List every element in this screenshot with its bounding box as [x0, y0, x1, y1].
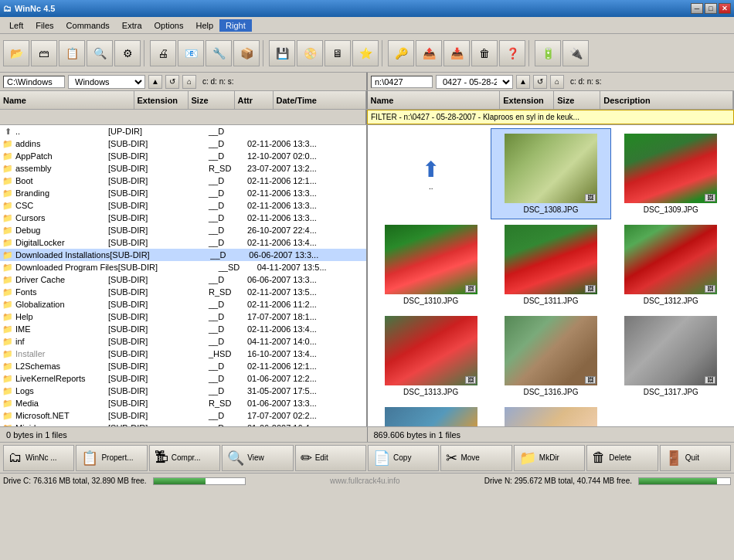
left-col-attr[interactable]: Attr [235, 91, 274, 109]
menu-help[interactable]: Help [189, 19, 219, 32]
thumbnail-cell[interactable]: 🖼DSC_1312.JPG [611, 219, 731, 311]
file-row[interactable]: 📁AppPatch[SUB-DIR]__D12-10-2007 02:0... [0, 150, 366, 162]
file-row[interactable]: 📁inf[SUB-DIR]__D04-11-2007 14:0... [0, 335, 366, 348]
thumbnail-cell[interactable]: 🖼person2.JPG [491, 402, 610, 426]
right-col-size[interactable]: Size [554, 91, 600, 109]
toolbar-btn-open[interactable]: 📂 [3, 40, 29, 66]
file-date: 17-07-2007 02:2... [247, 411, 340, 420]
left-col-datetime[interactable]: Date/Time [274, 91, 366, 109]
file-row[interactable]: 📁Fonts[SUB-DIR]R_SD02-11-2007 13:5... [0, 286, 366, 298]
menu-options[interactable]: Options [148, 19, 190, 32]
toolbar-btn-delete[interactable]: 🗑 [471, 40, 498, 66]
file-row[interactable]: 📁Globalization[SUB-DIR]__D02-11-2006 11:… [0, 298, 366, 311]
bottom-btn-edit[interactable]: ✏Edit [295, 445, 366, 471]
bottom-btn-quit[interactable]: 🚪Quit [660, 445, 731, 471]
bottom-btn-mkdir[interactable]: 📁MkDir [514, 445, 585, 471]
left-path-btn-refresh[interactable]: ↺ [165, 75, 179, 89]
toolbar-btn-search[interactable]: 🔍 [87, 40, 113, 66]
toolbar-btn-clipboard[interactable]: 📋 [59, 40, 85, 66]
file-attr: __D [209, 411, 247, 420]
bottom-btn-move[interactable]: ✂Move [440, 445, 511, 471]
file-row[interactable]: 📁Downloaded Installations[SUB-DIR]__D06-… [0, 249, 366, 261]
toolbar-btn-upload[interactable]: 📤 [416, 40, 442, 66]
right-path-btn-refresh[interactable]: ↺ [533, 75, 547, 89]
file-row[interactable]: 📁Debug[SUB-DIR]__D26-10-2007 22:4... [0, 224, 366, 236]
toolbar-btn-tools[interactable]: 🔧 [206, 40, 232, 66]
toolbar-btn-package[interactable]: 📦 [233, 40, 260, 66]
file-row[interactable]: 📁LiveKernelReports[SUB-DIR]__D01-06-2007… [0, 372, 366, 385]
right-file-grid[interactable]: ⬆..🖼DSC_1308.JPG🖼DSC_1309.JPG🖼DSC_1310.J… [368, 125, 734, 426]
close-button[interactable]: ✕ [719, 3, 731, 14]
bottom-btn-delete[interactable]: 🗑Delete [586, 445, 658, 471]
left-path-btn-root[interactable]: ⌂ [182, 75, 196, 89]
right-path-btn-nav[interactable]: ▲ [516, 75, 530, 89]
menu-left[interactable]: Left [3, 19, 29, 32]
bottom-btn-propert[interactable]: 📋Propert... [76, 445, 147, 471]
right-col-ext[interactable]: Extension [500, 91, 554, 109]
file-row[interactable]: ⬆..[UP-DIR]__D [0, 125, 366, 137]
toolbar-btn-disk[interactable]: 📀 [297, 40, 323, 66]
menu-extra[interactable]: Extra [116, 19, 148, 32]
file-row[interactable]: 📁Downloaded Program Files[SUB-DIR]__SD04… [0, 261, 366, 273]
toolbar-btn-archive[interactable]: 🗃 [31, 40, 57, 66]
thumbnail-cell[interactable]: 🖼DSC_1308.JPG [491, 128, 610, 219]
file-row[interactable]: 📁assembly[SUB-DIR]R_SD23-07-2007 13:2... [0, 162, 366, 175]
file-row[interactable]: 📁Branding[SUB-DIR]__D02-11-2006 13:3... [0, 187, 366, 199]
left-col-name[interactable]: Name [0, 91, 134, 109]
toolbar-btn-key[interactable]: 🔑 [388, 40, 414, 66]
menu-commands[interactable]: Commands [60, 19, 116, 32]
file-row[interactable]: 📁Help[SUB-DIR]__D17-07-2007 18:1... [0, 311, 366, 323]
toolbar-btn-monitor[interactable]: 🖥 [325, 40, 351, 66]
minimize-button[interactable]: ─ [691, 3, 703, 14]
menu-files[interactable]: Files [29, 19, 59, 32]
thumbnail-cell[interactable]: 🖼DSC_1313.JPG [371, 311, 491, 402]
left-path-btn-nav[interactable]: ▲ [148, 75, 162, 89]
toolbar-btn-help[interactable]: ❓ [499, 40, 525, 66]
thumbnail-cell[interactable]: 🖼person1.JPG [371, 402, 491, 426]
file-row[interactable]: 📁Driver Cache[SUB-DIR]__D06-06-2007 13:3… [0, 273, 366, 286]
toolbar-btn-download[interactable]: 📥 [443, 40, 470, 66]
menu-right[interactable]: Right [219, 19, 252, 32]
file-row[interactable]: 📁Minidump[SUB-DIR]__D01-06-2007 16:4... [0, 422, 366, 426]
left-col-size[interactable]: Size [189, 91, 235, 109]
right-col-desc[interactable]: Description [600, 91, 733, 109]
file-row[interactable]: 📁Microsoft.NET[SUB-DIR]__D17-07-2007 02:… [0, 409, 366, 422]
bottom-btn-compr[interactable]: 🗜Compr... [149, 445, 220, 471]
bottom-btn-view[interactable]: 🔍View [222, 445, 293, 471]
thumbnail-cell[interactable]: 🖼DSC_1317.JPG [611, 311, 731, 402]
thumbnail-type-icon: 🖼 [705, 285, 715, 293]
file-row[interactable]: 📁DigitalLocker[SUB-DIR]__D02-11-2006 13:… [0, 236, 366, 249]
file-row[interactable]: 📁IME[SUB-DIR]__D02-11-2006 13:4... [0, 323, 366, 335]
thumbnail-cell[interactable]: 🖼DSC_1310.JPG [371, 219, 491, 311]
file-row[interactable]: 📁Cursors[SUB-DIR]__D02-11-2006 13:3... [0, 212, 366, 224]
bottom-btn-winnc[interactable]: 🗂WinNc ... [3, 445, 74, 471]
file-ext: [SUB-DIR] [108, 411, 162, 420]
left-file-list[interactable]: ⬆..[UP-DIR]__D📁addins[SUB-DIR]__D02-11-2… [0, 125, 366, 426]
file-row[interactable]: 📁Media[SUB-DIR]R_SD01-06-2007 13:3... [0, 397, 366, 409]
file-row[interactable]: 📁addins[SUB-DIR]__D02-11-2006 13:3... [0, 137, 366, 150]
file-name: inf [15, 337, 108, 346]
right-col-name[interactable]: Name [368, 91, 501, 109]
toolbar-btn-power[interactable]: 🔌 [562, 40, 589, 66]
toolbar-btn-star[interactable]: ⭐ [352, 40, 379, 66]
left-col-ext[interactable]: Extension [134, 91, 189, 109]
toolbar-btn-settings[interactable]: ⚙ [114, 40, 141, 66]
toolbar-btn-print[interactable]: 🖨 [150, 40, 176, 66]
navigate-up-cell[interactable]: ⬆.. [371, 128, 491, 219]
thumbnail-cell[interactable]: 🖼DSC_1316.JPG [491, 311, 610, 402]
file-row[interactable]: 📁Installer[SUB-DIR]_HSD16-10-2007 13:4..… [0, 348, 366, 360]
toolbar-btn-mail[interactable]: 📧 [178, 40, 204, 66]
file-row[interactable]: 📁Boot[SUB-DIR]__D02-11-2006 12:1... [0, 175, 366, 187]
file-row[interactable]: 📁L2Schemas[SUB-DIR]__D02-11-2006 12:1... [0, 360, 366, 372]
file-row[interactable]: 📁CSC[SUB-DIR]__D02-11-2006 13:3... [0, 199, 366, 212]
right-path-btn-root[interactable]: ⌂ [550, 75, 564, 89]
thumbnail-cell[interactable]: 🖼DSC_1311.JPG [491, 219, 610, 311]
thumbnail-cell[interactable]: 🖼DSC_1309.JPG [611, 128, 731, 219]
toolbar-btn-save[interactable]: 💾 [269, 40, 295, 66]
file-row[interactable]: 📁Logs[SUB-DIR]__D31-05-2007 17:5... [0, 385, 366, 397]
right-drive-dropdown[interactable]: 0427 - 05-28-2007 - ... [436, 75, 513, 89]
left-drive-dropdown[interactable]: Windows [68, 75, 145, 89]
maximize-button[interactable]: □ [705, 3, 717, 14]
bottom-btn-copy[interactable]: 📄Copy [368, 445, 439, 471]
toolbar-btn-battery[interactable]: 🔋 [535, 40, 561, 66]
